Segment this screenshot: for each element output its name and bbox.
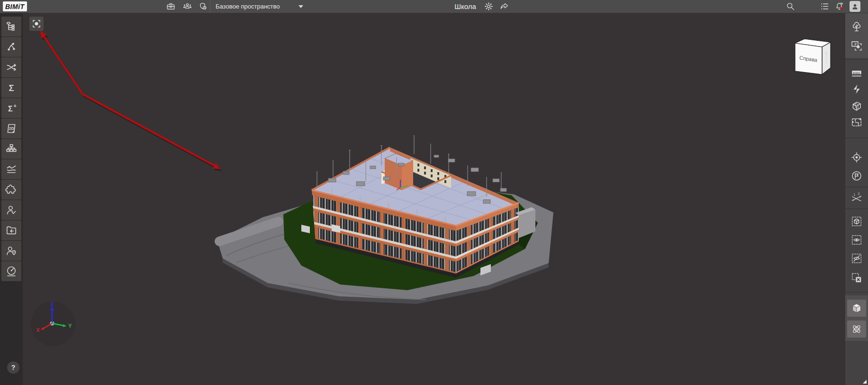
show-selection-eye-icon[interactable] xyxy=(847,231,866,248)
page-title: Школа xyxy=(454,0,476,13)
list-menu-icon[interactable] xyxy=(819,1,830,12)
selection-area-icon[interactable] xyxy=(847,37,866,54)
section-box-icon[interactable] xyxy=(847,97,866,114)
nature-tree-icon[interactable] xyxy=(847,18,866,35)
flash-compare-icon[interactable] xyxy=(847,81,866,98)
ruler-measure-icon[interactable] xyxy=(847,64,866,81)
notification-badge xyxy=(840,7,842,9)
right-toolbar: 12 xyxy=(845,13,868,385)
isolate-box-icon[interactable] xyxy=(847,213,866,230)
selection-frame-button[interactable] xyxy=(29,17,44,31)
flag-marker-icon[interactable] xyxy=(847,167,866,184)
help-button[interactable]: ? xyxy=(7,361,19,374)
svg-text:2D: 2D xyxy=(9,126,14,131)
axis-lines-icon[interactable]: 12 xyxy=(847,190,866,207)
notifications-bell-icon[interactable] xyxy=(834,1,845,12)
axes-gizmo: Z Y X xyxy=(30,300,79,349)
window-resize-grip[interactable] xyxy=(863,380,867,384)
relations-shuffle-icon[interactable] xyxy=(1,57,21,77)
orbit-rotate-icon[interactable] xyxy=(847,321,866,338)
analytics-trend-icon[interactable] xyxy=(1,159,21,179)
user-avatar-icon[interactable] xyxy=(850,1,860,12)
svg-text:2: 2 xyxy=(858,192,860,195)
hide-selection-eye-off-icon[interactable] xyxy=(847,250,866,267)
sum-sigma-add-icon[interactable]: Σ+ xyxy=(1,98,21,118)
floor-plan-icon[interactable] xyxy=(847,114,866,131)
shield-history-icon[interactable] xyxy=(198,1,208,12)
stair-tower xyxy=(385,154,413,190)
sum-sigma-icon[interactable]: Σ xyxy=(1,78,21,98)
version-branch-icon[interactable] xyxy=(1,37,21,57)
org-chart-icon[interactable] xyxy=(1,139,21,159)
svg-text:+: + xyxy=(13,103,16,109)
left-toolbar: Σ Σ+ 2D xyxy=(0,13,23,385)
top-bar: BIMiT Базовое пространство Школа xyxy=(0,0,868,13)
bim-model-scene xyxy=(23,13,845,385)
briefcase-icon[interactable] xyxy=(165,1,176,12)
folder-import-icon[interactable] xyxy=(1,220,21,240)
bimit-logo[interactable]: BIMiT xyxy=(3,1,27,11)
axis-y-label: Y xyxy=(68,323,72,329)
user-geoposition-icon[interactable] xyxy=(1,241,21,261)
svg-text:Σ: Σ xyxy=(9,83,14,93)
model-structure-tree-icon[interactable] xyxy=(1,17,21,37)
focus-target-icon[interactable] xyxy=(847,149,866,166)
user-check-approvals-icon[interactable] xyxy=(1,200,21,220)
space-selector[interactable]: Базовое пространство xyxy=(216,0,280,13)
svg-text:1: 1 xyxy=(854,193,856,196)
search-icon[interactable] xyxy=(785,1,796,12)
clear-selection-icon[interactable] xyxy=(847,269,866,286)
annotation-arrow xyxy=(40,30,222,171)
view-cube-icon[interactable] xyxy=(847,300,866,317)
chevron-down-icon[interactable] xyxy=(298,5,303,8)
svg-text:Σ: Σ xyxy=(8,104,13,113)
bimit-app: BIMiT Базовое пространство Школа xyxy=(0,0,868,385)
viewport-canvas[interactable]: Справа Z Y X xyxy=(23,13,845,385)
plugins-puzzle-icon[interactable] xyxy=(1,180,21,200)
share-icon[interactable] xyxy=(499,1,510,12)
topbar-separator xyxy=(210,0,210,13)
main-area: Σ Σ+ 2D xyxy=(0,13,868,385)
axis-z-label: Z xyxy=(51,301,54,307)
team-icon[interactable] xyxy=(182,1,193,12)
nav-cube[interactable]: Справа xyxy=(791,37,835,78)
axis-x-label: X xyxy=(36,327,40,333)
gauge-dashboard-icon[interactable] xyxy=(1,261,21,281)
settings-gear-icon[interactable] xyxy=(483,1,494,12)
sheets-2d-icon[interactable]: 2D xyxy=(1,119,21,138)
